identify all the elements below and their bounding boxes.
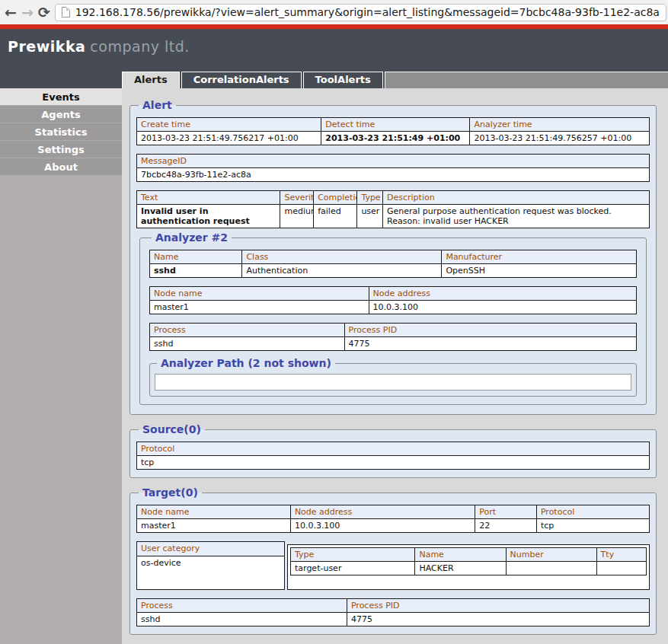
create-time-header: Create time (137, 118, 321, 132)
node-name-header: Node name (150, 287, 369, 301)
user-type-header: Type (291, 548, 415, 562)
analyzer-path-empty (155, 374, 631, 391)
analyzer-path-legend: Analyzer Path (2 not shown) (157, 357, 335, 369)
target-protocol-header: Protocol (536, 505, 649, 519)
analyzer-time-header: Analyzer time (470, 118, 650, 132)
target-node-name-value: master1 (137, 519, 291, 533)
url-text[interactable]: 192.168.178.56/prewikka/?view=alert_summ… (75, 6, 660, 18)
description-header: Description (383, 191, 650, 205)
node-address-header: Node address (369, 287, 636, 301)
manufacturer-value: OpenSSH (442, 264, 637, 278)
target-user-table: Type Name Number Tty target-user HACKER (290, 547, 647, 575)
name-value: sshd (150, 264, 242, 278)
process-pid-value: 4775 (344, 337, 636, 351)
brand-name: Prewikka (8, 38, 85, 55)
tab-alerts[interactable]: Alerts (122, 72, 180, 88)
target-user-block: User category os-device Type Name Number… (136, 541, 650, 590)
manufacturer-header: Manufacturer (442, 250, 637, 264)
class-value: Authentication (242, 264, 442, 278)
user-category-column: User category os-device (136, 541, 285, 590)
source-legend: Source(0) (139, 423, 205, 435)
completion-header: Completion (314, 191, 357, 205)
type-header: Type (357, 191, 383, 205)
sidebar-item-about[interactable]: About (0, 158, 122, 176)
node-address-value[interactable]: 10.0.3.100 (369, 301, 636, 314)
app-brand: Prewikkacompany ltd. (8, 38, 190, 55)
target-node-address-header: Node address (290, 505, 475, 519)
sidebar-item-statistics[interactable]: Statistics (0, 123, 122, 141)
class-header: Class (242, 250, 442, 264)
reload-icon[interactable]: ⟳ (38, 2, 50, 22)
classification-table: Text Severity Completion Type Descriptio… (136, 190, 650, 228)
user-tty-value (596, 562, 646, 575)
target-process-pid-header: Process PID (347, 599, 649, 613)
sidebar-item-events[interactable]: Events (0, 88, 122, 106)
source-section: Source(0) Protocol tcp (129, 423, 657, 478)
brand-suffix: company ltd. (90, 38, 189, 55)
page-icon (62, 7, 70, 18)
target-node-address-value: 10.0.3.100 (290, 519, 475, 533)
user-number-value (506, 562, 596, 575)
user-name-header: Name (415, 548, 506, 562)
analyzer-process-table: Process Process PID sshd 4775 (149, 323, 637, 351)
protocol-value: tcp (137, 456, 650, 470)
create-time-value: 2013-03-23 21:51:49.756217 +01:00 (137, 132, 321, 145)
target-user-detail: Type Name Number Tty target-user HACKER (287, 541, 650, 590)
user-name-value: HACKER (415, 562, 506, 575)
address-bar[interactable]: 192.168.178.56/prewikka/?view=alert_summ… (55, 4, 666, 21)
analyzer-node-table: Node name Node address master1 10.0.3.10… (149, 286, 637, 314)
main-layout: Events Agents Statistics Settings About … (0, 88, 668, 644)
target-process-table: Process Process PID sshd 4775 (136, 598, 650, 626)
target-process-header: Process (137, 599, 347, 613)
alert-times-table: Create time Detect time Analyzer time 20… (136, 117, 650, 145)
text-header: Text (137, 191, 280, 205)
process-value: sshd (150, 337, 345, 351)
completion-value: failed (314, 205, 357, 228)
tab-filler (385, 72, 668, 88)
analyzer-section: Analyzer #2 Name Class Manufacturer sshd… (139, 231, 647, 405)
messageid-value: 7bcbc48a-93fb-11e2-ac8a (137, 168, 650, 182)
forward-icon[interactable]: → (21, 2, 34, 22)
target-node-name-header: Node name (137, 505, 291, 519)
user-category-value: os-device (136, 556, 285, 590)
sidebar: Events Agents Statistics Settings About (0, 88, 122, 644)
target-section: Target(0) Node name Node address Port Pr… (129, 486, 657, 635)
process-pid-header: Process PID (344, 324, 636, 337)
source-protocol-table: Protocol tcp (136, 442, 650, 470)
sidebar-item-agents[interactable]: Agents (0, 106, 122, 123)
user-type-value: target-user (291, 562, 415, 575)
detect-time-header: Detect time (321, 118, 470, 132)
detect-time-value: 2013-03-23 21:51:49 +01:00 (321, 132, 470, 145)
alert-legend: Alert (139, 99, 176, 111)
text-value: Invalid user in authentication request (137, 205, 280, 228)
type-value: user (357, 205, 383, 228)
process-header: Process (150, 324, 345, 337)
user-tty-header: Tty (596, 548, 646, 562)
sidebar-item-settings[interactable]: Settings (0, 141, 122, 158)
target-node-table: Node name Node address Port Protocol mas… (136, 505, 650, 533)
user-number-header: Number (506, 548, 596, 562)
target-process-pid-value: 4775 (347, 613, 649, 626)
analyzer-legend: Analyzer #2 (152, 231, 232, 244)
messageid-table: MessageID 7bcbc48a-93fb-11e2-ac8a (136, 154, 650, 182)
target-process-value: sshd (137, 613, 347, 626)
alert-section: Alert Create time Detect time Analyzer t… (129, 99, 657, 415)
tab-correlationalerts[interactable]: CorrelationAlerts (181, 72, 302, 88)
user-category-header: User category (136, 541, 285, 556)
analyzer-path-section: Analyzer Path (2 not shown) (149, 357, 637, 397)
messageid-header: MessageID (137, 155, 650, 168)
severity-value: medium (280, 205, 314, 228)
tab-bar: Alerts CorrelationAlerts ToolAlerts (122, 72, 668, 88)
protocol-header: Protocol (137, 442, 650, 456)
target-port-value: 22 (475, 519, 537, 533)
name-header: Name (150, 250, 242, 264)
node-name-value: master1 (150, 301, 369, 314)
severity-header: Severity (280, 191, 314, 205)
analyzer-time-value: 2013-03-23 21:51:49.756257 +01:00 (470, 132, 650, 145)
target-port-header: Port (475, 505, 537, 519)
back-icon[interactable]: ← (5, 2, 17, 22)
browser-chrome: ← → ⟳ 192.168.178.56/prewikka/?view=aler… (0, 0, 668, 24)
target-legend: Target(0) (139, 486, 202, 499)
content-area: Alert Create time Detect time Analyzer t… (122, 88, 668, 644)
tab-toolalerts[interactable]: ToolAlerts (303, 72, 383, 88)
